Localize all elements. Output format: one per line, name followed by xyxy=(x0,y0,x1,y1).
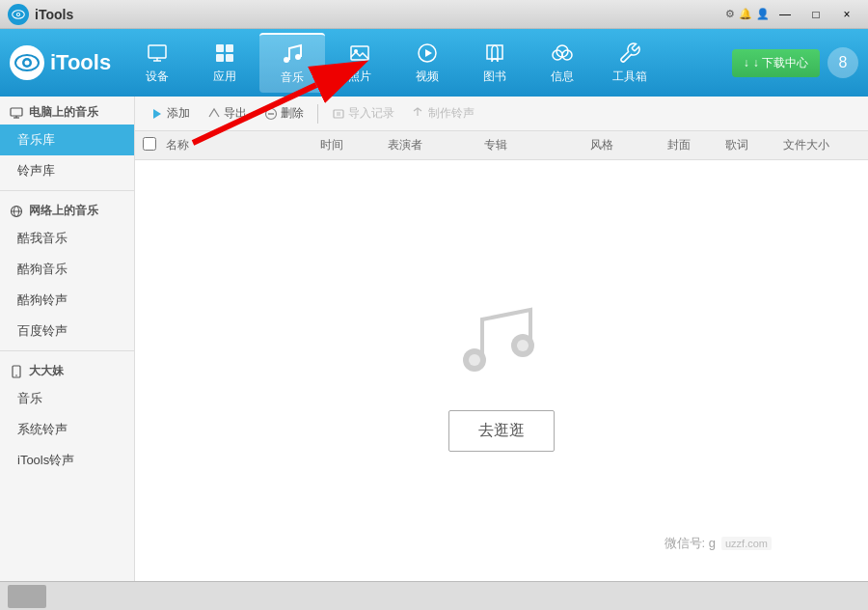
content-toolbar: 添加 导出 删除 xyxy=(135,97,868,131)
svg-point-40 xyxy=(469,354,480,366)
title-bar: iTools ⚙ 🔔 👤 — □ × xyxy=(0,0,868,29)
sidebar-item-kugou[interactable]: 酷狗音乐 xyxy=(0,254,134,285)
col-lyrics-header: 歌词 xyxy=(725,137,783,153)
close-button[interactable]: × xyxy=(833,5,860,24)
browse-button[interactable]: 去逛逛 xyxy=(448,410,555,452)
header: iTools 设备 应用 xyxy=(0,29,868,97)
download-label: ↓ 下载中心 xyxy=(753,55,808,71)
nav-photos-label: 照片 xyxy=(348,69,371,85)
sidebar-section-online-music: 网络上的音乐 xyxy=(0,195,134,223)
minimize-button[interactable]: — xyxy=(772,5,799,24)
svg-point-31 xyxy=(15,374,17,376)
import-records-label: 导入记录 xyxy=(348,105,394,122)
sidebar-item-kuwo[interactable]: 酷我音乐 xyxy=(0,223,134,254)
logo-text: iTools xyxy=(50,50,111,75)
device-header-label: 大大妹 xyxy=(29,363,64,379)
nav-item-tools[interactable]: 工具箱 xyxy=(597,33,663,93)
col-size-header: 文件大小 xyxy=(783,137,860,153)
title-bar-left: iTools xyxy=(8,4,73,25)
app-logo: iTools xyxy=(10,45,111,80)
svg-marker-32 xyxy=(153,109,161,119)
nav-books-label: 图书 xyxy=(483,69,506,85)
nav-tools-label: 工具箱 xyxy=(612,69,647,85)
app-title: iTools xyxy=(35,7,73,22)
col-cover-header: 封面 xyxy=(667,137,725,153)
nav-item-apps[interactable]: 应用 xyxy=(192,33,258,93)
col-genre-header: 风格 xyxy=(590,137,667,153)
col-check[interactable] xyxy=(143,137,166,153)
svg-point-41 xyxy=(517,340,529,351)
sidebar-item-baidu-ring[interactable]: 百度铃声 xyxy=(0,316,134,347)
sidebar: 电脑上的音乐 音乐库 铃声库 网络上的音乐 酷我音乐 酷狗音乐 酷狗铃声 xyxy=(0,97,135,581)
add-label: 添加 xyxy=(167,105,190,122)
toolbar-delete-button[interactable]: 删除 xyxy=(257,102,312,125)
toolbar-add-button[interactable]: 添加 xyxy=(143,102,198,125)
empty-music-icon xyxy=(444,291,559,391)
sidebar-item-device-music[interactable]: 音乐 xyxy=(0,383,134,414)
transfer-label: 制作铃声 xyxy=(428,105,475,122)
window-controls: — □ × xyxy=(772,5,860,24)
notification-tray-icon: 🔔 xyxy=(739,8,752,20)
sidebar-item-music-library[interactable]: 音乐库 xyxy=(0,125,134,155)
logo-circle xyxy=(10,45,44,80)
sidebar-item-system-ring[interactable]: 系统铃声 xyxy=(0,414,134,445)
svg-rect-13 xyxy=(216,54,224,62)
sidebar-section-device: 大大妹 xyxy=(0,355,134,383)
nav-item-photos[interactable]: 照片 xyxy=(327,33,393,93)
svg-rect-8 xyxy=(149,45,166,58)
watermark-text: 微信号: g xyxy=(665,535,716,552)
nav-item-music[interactable]: 音乐 xyxy=(259,33,325,93)
download-icon: ↓ xyxy=(744,56,749,69)
bottom-thumbnail xyxy=(8,585,46,608)
pc-music-header-label: 电脑上的音乐 xyxy=(29,104,98,121)
svg-point-16 xyxy=(295,54,301,60)
download-center-button[interactable]: ↓ ↓ 下载中心 xyxy=(732,49,820,77)
app-logo-small xyxy=(8,4,29,25)
nav-items: 设备 应用 音乐 照片 xyxy=(124,33,728,93)
table-header: 名称 时间 表演者 专辑 风格 封面 歌词 文件大小 xyxy=(135,131,868,160)
col-album-header: 专辑 xyxy=(484,137,590,153)
settings-tray-icon: ⚙ xyxy=(725,8,735,20)
browse-label: 去逛逛 xyxy=(478,422,525,438)
svg-rect-14 xyxy=(226,54,233,62)
sidebar-item-itools-ring[interactable]: iTools铃声 xyxy=(0,445,134,476)
col-artist-header: 表演者 xyxy=(388,137,484,153)
svg-rect-24 xyxy=(11,108,22,116)
svg-marker-20 xyxy=(425,49,432,57)
select-all-checkbox[interactable] xyxy=(143,137,156,151)
maximize-button[interactable]: □ xyxy=(802,5,829,24)
online-music-header-label: 网络上的音乐 xyxy=(29,203,98,219)
svg-rect-17 xyxy=(351,46,368,60)
delete-label: 删除 xyxy=(281,105,304,122)
nav-apps-label: 应用 xyxy=(213,69,236,85)
sidebar-section-pc-music: 电脑上的音乐 xyxy=(0,97,134,125)
col-name-header: 名称 xyxy=(166,137,320,153)
tray-icons: ⚙ 🔔 👤 xyxy=(725,5,770,24)
toolbar-transfer-button[interactable]: 制作铃声 xyxy=(404,102,482,125)
sidebar-item-kugou-ring[interactable]: 酷狗铃声 xyxy=(0,285,134,316)
nav-item-books[interactable]: 图书 xyxy=(462,33,528,93)
main: 电脑上的音乐 音乐库 铃声库 网络上的音乐 酷我音乐 酷狗音乐 酷狗铃声 xyxy=(0,97,868,581)
sidebar-item-ringtone-library[interactable]: 铃声库 xyxy=(0,155,134,186)
nav-item-video[interactable]: 视频 xyxy=(394,33,460,93)
content-area: 添加 导出 删除 xyxy=(135,97,868,581)
sidebar-divider-1 xyxy=(0,190,134,191)
watermark: 微信号: g uzzf.com xyxy=(665,535,772,552)
nav-music-label: 音乐 xyxy=(281,69,304,86)
header-right: ↓ ↓ 下载中心 8 xyxy=(732,47,858,78)
nav-video-label: 视频 xyxy=(416,69,439,85)
nav-device-label: 设备 xyxy=(146,69,169,85)
nav-item-messages[interactable]: 信息 xyxy=(529,33,595,93)
svg-rect-12 xyxy=(226,44,233,52)
account-tray-icon: 👤 xyxy=(756,8,770,20)
col-time-header: 时间 xyxy=(320,137,388,153)
svg-point-15 xyxy=(284,57,289,63)
toolbar-export-button[interactable]: 导出 xyxy=(200,102,255,125)
empty-state: 去逛逛 xyxy=(135,160,868,581)
toolbar-import-records-button[interactable]: 导入记录 xyxy=(324,102,402,125)
user-avatar[interactable]: 8 xyxy=(827,47,858,78)
nav-item-device[interactable]: 设备 xyxy=(124,33,190,93)
svg-rect-11 xyxy=(216,44,224,52)
toolbar-separator xyxy=(317,104,318,124)
svg-point-7 xyxy=(25,61,30,66)
